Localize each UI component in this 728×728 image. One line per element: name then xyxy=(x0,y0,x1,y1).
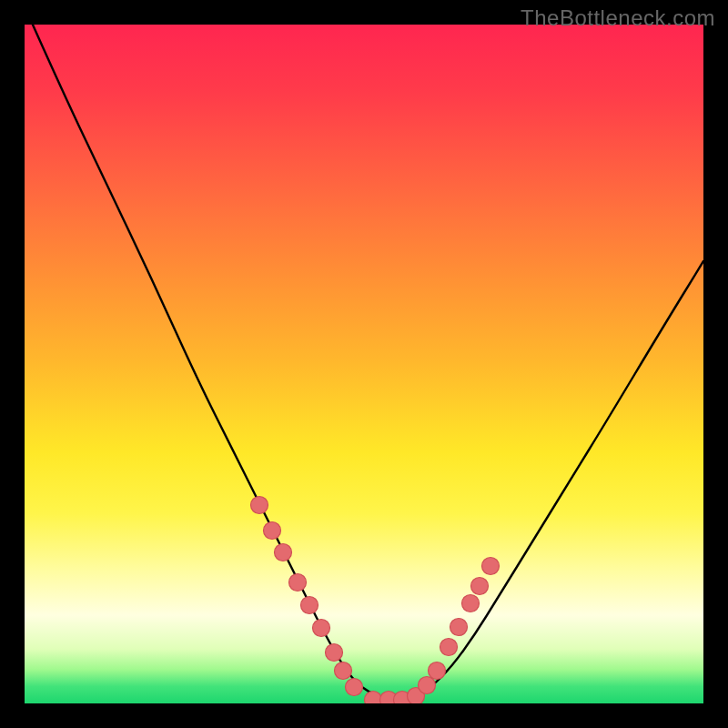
marker-dot xyxy=(440,639,458,656)
bottleneck-chart xyxy=(25,25,703,703)
marker-dot xyxy=(482,558,500,575)
marker-dot xyxy=(450,619,468,636)
bottleneck-curve-line xyxy=(25,25,703,700)
outer-frame: TheBottleneck.com xyxy=(0,0,728,728)
marker-dot xyxy=(301,597,318,614)
marker-dot xyxy=(326,644,343,662)
marker-dot xyxy=(251,497,268,514)
marker-dot xyxy=(429,662,446,680)
marker-dot xyxy=(275,544,292,561)
marker-dot xyxy=(365,692,382,704)
marker-dot xyxy=(264,522,281,540)
plot-area xyxy=(25,25,703,703)
marker-dot xyxy=(462,595,480,612)
marker-dot xyxy=(419,677,436,694)
marker-dot xyxy=(471,578,489,595)
marker-dots xyxy=(251,497,500,704)
marker-dot xyxy=(335,662,352,680)
watermark-text: TheBottleneck.com xyxy=(521,5,715,31)
marker-dot xyxy=(313,620,330,637)
marker-dot xyxy=(346,679,363,696)
marker-dot xyxy=(289,574,307,592)
